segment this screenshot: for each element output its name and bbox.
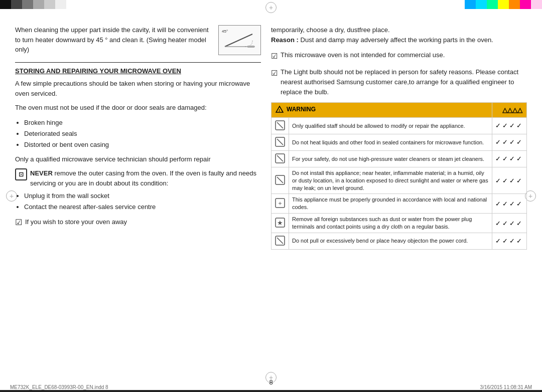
top-intro-paragraph: When cleaning the upper part inside the … — [15, 26, 209, 53]
bullet-broken-hinge: Broken hinge — [24, 117, 261, 128]
page-content: When cleaning the upper part inside the … — [0, 15, 542, 377]
bullet-contact: Contact the nearest after-sales service … — [24, 202, 261, 213]
svg-text:+: + — [278, 200, 282, 207]
warning-row-text: Do not heat liquids and other food in se… — [289, 134, 492, 150]
never-list: Unplug it from the wall socket Contact t… — [24, 190, 261, 213]
left-column: When cleaning the upper part inside the … — [15, 20, 261, 372]
section-heading: STORING AND REPAIRING YOUR MICROWAVE OVE… — [15, 67, 261, 76]
store-note: ☑ If you wish to store your oven away — [15, 217, 261, 229]
warning-row-icon — [272, 233, 289, 249]
note-commercial: ☑ This microwave oven is not intended fo… — [271, 50, 527, 62]
warning-table-row: Do not install this appliance; near heat… — [272, 167, 527, 194]
reg-mark-top — [265, 2, 277, 13]
warning-table-row: +This appliance must be properly grounde… — [272, 194, 527, 214]
warning-row-checks: ✓✓✓✓ — [492, 214, 527, 233]
warning-row-text: Do not install this appliance; near heat… — [289, 167, 492, 194]
warning-row-icon: ★ — [272, 214, 289, 233]
para1: A few simple precautions should be taken… — [15, 79, 261, 99]
warning-row-text: Do not pull or excessively bend or place… — [289, 233, 492, 249]
reason-label: Reason : — [271, 36, 299, 44]
door-damage-list: Broken hinge Deteriorated seals Distorte… — [24, 117, 261, 150]
warning-row-checks: ✓✓✓✓ — [492, 167, 527, 194]
warning-row-text: This appliance must be properly grounded… — [289, 194, 492, 214]
warning-header-icons: △△△△ — [492, 102, 527, 117]
warning-row-checks: ✓✓✓✓ — [492, 150, 527, 167]
warning-row-text: Remove all foreign substances such as du… — [289, 214, 492, 233]
footer-bar: ME732K_ELE_DE68-03993R-00_EN.indd 8 3/16… — [0, 384, 542, 390]
footer-right: 3/16/2015 11:08:31 AM — [480, 384, 532, 390]
store-note-icon: ☑ — [15, 217, 22, 229]
para2: The oven must not be used if the door or… — [15, 103, 261, 113]
never-text: NEVER remove the outer casing from the o… — [30, 168, 261, 188]
svg-line-1 — [225, 34, 252, 47]
left-color-blocks — [0, 0, 66, 9]
footer-left: ME732K_ELE_DE68-03993R-00_EN.indd 8 — [10, 384, 108, 390]
para3: Only a qualified microwave service techn… — [15, 154, 261, 164]
right-column: temporarily, choose a dry, dustfree plac… — [271, 20, 527, 372]
warning-row-checks: ✓✓✓✓ — [492, 134, 527, 150]
svg-line-11 — [277, 155, 283, 161]
svg-text:!: ! — [279, 108, 280, 113]
warning-row-icon: + — [272, 194, 289, 214]
warning-row-icon — [272, 150, 289, 167]
note-bulb: ☑ The Light bulb should not be replaced … — [271, 67, 527, 97]
warning-row-checks: ✓✓✓✓ — [492, 117, 527, 134]
note2-text: The Light bulb should not be replaced in… — [281, 67, 527, 97]
svg-line-9 — [277, 139, 283, 145]
warning-row-checks: ✓✓✓✓ — [492, 194, 527, 214]
svg-line-13 — [277, 177, 283, 183]
warning-table-row: For your safety, do not use high-pressur… — [272, 150, 527, 167]
right-color-blocks — [465, 0, 542, 9]
never-block: ⊡ NEVER remove the outer casing from the… — [15, 168, 261, 188]
warning-row-icon — [272, 167, 289, 194]
warning-row-text: Only qualified staff should be allowed t… — [289, 117, 492, 134]
warning-header-row: ! WARNING △△△△ — [272, 102, 527, 117]
bullet-deteriorated-seals: Deteriorated seals — [24, 128, 261, 139]
warning-table-row: Do not pull or excessively bend or place… — [272, 233, 527, 249]
top-intro-text: When cleaning the upper part inside the … — [15, 25, 211, 55]
note1-text: This microwave oven is not intended for … — [281, 50, 445, 60]
top-section: When cleaning the upper part inside the … — [15, 25, 261, 55]
warning-label: WARNING — [287, 106, 316, 113]
section-divider — [15, 62, 261, 63]
bullet-distorted-casing: Distorted or bent oven casing — [24, 139, 261, 150]
warning-table-row: Do not heat liquids and other food in se… — [272, 134, 527, 150]
warning-row-checks: ✓✓✓✓ — [492, 233, 527, 249]
svg-line-7 — [277, 122, 283, 128]
svg-text:★: ★ — [277, 219, 283, 227]
never-icon: ⊡ — [15, 168, 27, 180]
svg-line-19 — [277, 238, 283, 244]
bullet-unplug: Unplug it from the wall socket — [24, 190, 261, 202]
warning-row-icon — [272, 117, 289, 134]
note2-icon: ☑ — [271, 67, 278, 79]
warning-row-icon — [272, 134, 289, 150]
warning-row-text: For your safety, do not use high-pressur… — [289, 150, 492, 167]
bottom-color-bar — [0, 390, 542, 392]
warning-triangle-icon: ! — [276, 105, 284, 113]
svg-rect-3 — [247, 46, 254, 48]
store-note-text: If you wish to store your oven away — [25, 217, 127, 227]
right-intro-text: temporarily, choose a dry, dustfree plac… — [271, 25, 527, 45]
heater-diagram: 45° — [218, 25, 261, 55]
warning-table-row: ★Remove all foreign substances such as d… — [272, 214, 527, 233]
warning-table: ! WARNING △△△△ Only qualified staff shou… — [271, 102, 527, 250]
warning-table-row: Only qualified staff should be allowed t… — [272, 117, 527, 134]
svg-text:45°: 45° — [222, 29, 228, 34]
reason-text: Dust and damp may adversely affect the w… — [301, 36, 493, 44]
note1-icon: ☑ — [271, 50, 278, 62]
